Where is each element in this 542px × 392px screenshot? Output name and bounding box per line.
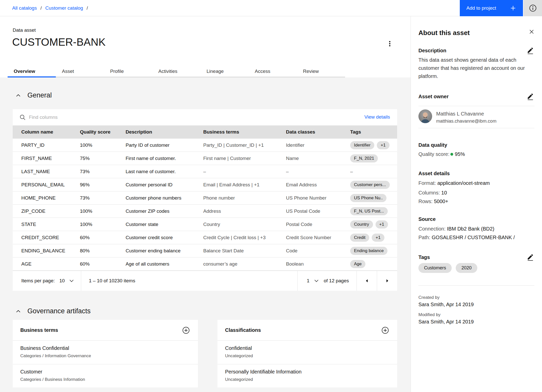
owner-name: Matthias L Chavanne [436,111,484,117]
table-row[interactable]: ZIP_CODE100%Customer ZIP codesAddressUS … [13,205,397,218]
tab-activities[interactable]: Activities [152,65,200,77]
overflow-menu-icon[interactable] [385,39,395,49]
business-term-category: Categories / Information Governance [20,353,190,358]
classification-item[interactable]: Personally Identifiable Information Unca… [217,364,397,387]
governance-section-toggle[interactable]: Governance artifacts [16,307,91,315]
pagination-range: 1 – 10 of 10230 items [89,278,135,284]
plus-icon [510,5,516,11]
cell-tags: Identifier+1 [350,141,397,149]
cell-description: Customer personal ID [126,182,203,188]
edit-icon [527,253,534,261]
breadcrumb-all-catalogs[interactable]: All catalogs [12,5,37,11]
classification-item[interactable]: Confidential Uncategorized [217,341,397,364]
pagination-bar: Items per page: 10 1 – 10 of 10230 items… [13,271,397,291]
tab-overview[interactable]: Overview [8,65,56,77]
connection-row: Connection: IBM Db2 Bank (BD2) [418,226,494,232]
previous-page-button[interactable] [357,271,377,291]
tab-access[interactable]: Access [249,65,297,77]
page-title: CUSTOMER-BANK [12,36,106,48]
tag-pill: +1 [372,234,384,242]
page-number-value: 1 [307,278,310,284]
quality-score-value: 95% [455,151,465,157]
cell-tags: F_N, US Post... [350,207,397,215]
cell-description: Customer ZIP codes [126,208,203,214]
divider [418,106,534,106]
view-details-link[interactable]: View details [364,114,390,120]
close-panel-button[interactable] [528,28,535,36]
header-tags: Tags [350,129,397,135]
breadcrumb-customer-catalog[interactable]: Customer catalog [45,5,83,11]
edit-description-button[interactable] [526,46,534,55]
cell-description: Age of all customers [126,261,203,267]
cell-business-terms: Email | Email Address | +1 [203,182,286,188]
table-row[interactable]: HOME_PHONE73%Customer phone numbersPhone… [13,191,397,205]
cell-data-class: – [286,169,350,174]
divider [418,285,534,286]
cell-quality-score: 80% [80,248,126,254]
info-panel-toggle-button[interactable] [523,0,542,16]
edit-tags-button[interactable] [526,253,534,262]
classification-category: Uncategorized [225,353,389,358]
divider [418,128,534,128]
table-row[interactable]: LAST_NAME73%Last name of customer.––– [13,165,397,178]
title-block: Data asset CUSTOMER-BANK OverviewAssetPr… [0,16,411,77]
cell-tags: – [350,169,397,174]
business-term-item[interactable]: Customer Categories / Business Informati… [13,364,198,387]
search-input[interactable] [29,112,207,122]
classification-name: Personally Identifiable Information [225,369,389,375]
table-row[interactable]: FIRST_NAME75%First name of customer.Firs… [13,152,397,165]
cell-column-name: FIRST_NAME [13,156,80,161]
general-section-toggle[interactable]: General [16,91,52,99]
path-label: Path: [418,235,430,240]
modified-by-label: Modified by [418,312,441,317]
business-term-name: Customer [20,369,190,375]
table-row[interactable]: STATE100%Customer stateCountryPostal Cod… [13,218,397,231]
breadcrumb: All catalogs / Customer catalog / [12,5,88,11]
next-page-button[interactable] [377,271,397,291]
cell-tags: F_N, 2021 [350,154,397,162]
tab-profile[interactable]: Profile [104,65,152,77]
table-row[interactable]: PERSONAL_EMAIL96%Customer personal IDEma… [13,178,397,191]
add-business-term-button[interactable] [182,326,190,335]
about-asset-panel: About this asset Description This data a… [411,16,542,392]
items-per-page-label: Items per page: [21,278,55,284]
cell-quality-score: 73% [80,169,126,174]
cell-data-class: Identifier [286,142,350,148]
cell-business-terms: First name | Customer [203,156,286,161]
table-row[interactable]: AGE60%Age of all customersconsumer’s age… [13,257,397,271]
table-row[interactable]: ENDING_BALANCE80%Customer ending balance… [13,244,397,257]
quality-score-label: Quality score: [418,151,449,157]
cell-column-name: HOME_PHONE [13,195,80,201]
cell-quality-score: 100% [80,222,126,227]
empty-value: – [350,169,393,174]
table-row[interactable]: CREDIT_SCORE60%Customer credit scoreCred… [13,231,397,244]
columns-value: 10 [441,190,447,195]
add-classification-button[interactable] [381,326,389,335]
items-per-page-select[interactable]: 10 [59,271,81,291]
cell-business-terms: Address [203,208,286,214]
connection-label: Connection: [418,226,446,232]
description-label: Description [418,48,446,54]
header-business-terms: Business terms [203,129,286,135]
pagination-controls: 1 of 12 pages [297,271,397,291]
tag-pill: F_N, 2021 [350,154,378,162]
business-term-item[interactable]: Business Confidential Categories / Infor… [13,341,198,364]
format-label: Format: [418,180,436,186]
add-to-project-button[interactable]: Add to project [460,0,523,16]
cell-quality-score: 60% [80,235,126,240]
business-term-category: Categories / Business Information [20,377,190,382]
table-row[interactable]: PARTY_ID100%Party ID of customerParty_ID… [13,139,397,152]
cell-tags: US Phone Nu.. [350,194,397,202]
tab-lineage[interactable]: Lineage [200,65,249,77]
governance-cards: Business terms Business Confidential Cat… [13,320,397,387]
page-number-select[interactable]: 1 [307,278,319,284]
table-body: PARTY_ID100%Party ID of customerParty_ID… [13,139,397,271]
edit-asset-owner-button[interactable] [526,92,534,101]
edit-icon [527,47,534,54]
asset-kind-label: Data asset [13,27,36,33]
cell-column-name: STATE [13,222,80,227]
tab-asset[interactable]: Asset [56,65,104,77]
tab-review[interactable]: Review [297,65,345,77]
cell-data-class: Credit Score Number [286,235,350,240]
owner-email: matthias.chavanne@ibm.com [436,119,496,124]
